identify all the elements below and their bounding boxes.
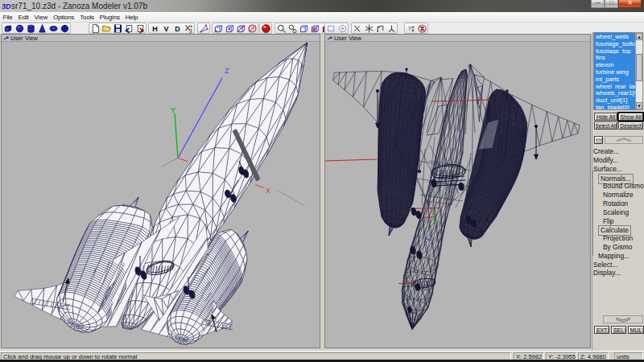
svg-text:V: V xyxy=(163,24,168,32)
svg-text:X: X xyxy=(266,187,270,195)
svg-text:Y: Y xyxy=(171,106,175,114)
svg-text:H: H xyxy=(152,24,157,32)
svg-text:Z: Z xyxy=(225,67,229,75)
svg-text:D: D xyxy=(175,24,180,32)
svg-text:?: ? xyxy=(407,24,411,31)
